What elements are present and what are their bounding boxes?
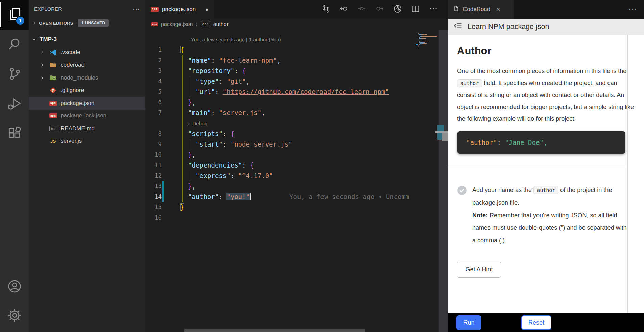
- task-text: Add your name as the author of the proje…: [472, 184, 627, 247]
- open-editors-section[interactable]: OPEN EDITORS 1 UNSAVED: [29, 18, 145, 28]
- file-.vscode[interactable]: .vscode: [29, 46, 145, 59]
- horizontal-scrollbar-thumb[interactable]: [184, 329, 365, 332]
- code-area[interactable]: You, a few seconds ago | 1 author (You) …: [145, 30, 448, 223]
- file-node_modules[interactable]: node_modules: [29, 71, 145, 84]
- file-.gitignore[interactable]: .gitignore: [29, 84, 145, 97]
- next-change-button[interactable]: [375, 4, 384, 15]
- current-change-button[interactable]: [357, 4, 366, 15]
- coderoad-panel: CodeRoad × ⋯ Learn NPM package json Auth…: [448, 0, 644, 332]
- chevron-right-icon: [40, 50, 46, 55]
- code-line-9[interactable]: 9 "start": "node server.js": [145, 139, 448, 150]
- tutorial-title: Learn NPM package json: [468, 23, 549, 31]
- activity-item-run-debug[interactable]: [0, 89, 29, 119]
- activity-item-source-control[interactable]: [0, 60, 29, 89]
- account-icon: [7, 279, 22, 295]
- activity-item-account[interactable]: [0, 272, 29, 302]
- code-line-10[interactable]: 10 },: [145, 150, 448, 160]
- timeline-button[interactable]: [393, 4, 402, 15]
- tab-label: package.json: [162, 6, 196, 13]
- file-label: package.json: [61, 100, 94, 107]
- file-server.js[interactable]: JS server.js: [29, 135, 145, 148]
- code-line-2[interactable]: 2 "name": "fcc-learn-npm",: [145, 55, 448, 66]
- line-number: 8: [145, 129, 162, 139]
- code-line-16[interactable]: 16: [145, 213, 448, 223]
- line-number: 13: [145, 181, 162, 192]
- panel-more-actions[interactable]: ⋯: [628, 0, 637, 19]
- active-indicator: [0, 2, 1, 27]
- file-coderoad[interactable]: coderoad: [29, 59, 145, 72]
- line-number: 11: [145, 160, 162, 171]
- code-line-11[interactable]: 11 "dependencies": {: [145, 160, 448, 171]
- line-number: 10: [145, 150, 162, 160]
- file-tree: .vscode coderoad node_modules .gitignore…: [29, 46, 145, 148]
- code-line-8[interactable]: 8 "scripts": {: [145, 129, 448, 139]
- more-actions-button[interactable]: [429, 4, 438, 15]
- codelens[interactable]: ▷Debug: [145, 118, 448, 129]
- tab-package-json[interactable]: npm package.json ●: [145, 0, 214, 19]
- activity-item-explorer[interactable]: 1: [0, 0, 29, 30]
- breadcrumb-symbol[interactable]: author: [213, 21, 229, 27]
- code-line-3[interactable]: 3 "repository": {: [145, 66, 448, 76]
- code-line-6[interactable]: 6 },: [145, 97, 448, 108]
- file-package-lock.json[interactable]: npm package-lock.json: [29, 110, 145, 123]
- chevron-right-icon: [40, 75, 46, 81]
- breadcrumb-file[interactable]: package.json: [161, 21, 193, 27]
- editor-scrollbar-track[interactable]: [439, 30, 448, 332]
- line-number: 3: [145, 66, 162, 76]
- file-README.md[interactable]: M↓ README.md: [29, 122, 145, 135]
- task-item: Add your name as the author of the proje…: [457, 184, 644, 247]
- split-editor-button[interactable]: [411, 4, 420, 15]
- activity-item-extensions[interactable]: [0, 119, 29, 149]
- close-icon[interactable]: ×: [496, 6, 500, 13]
- panel-scrollbar[interactable]: [627, 35, 628, 313]
- line-number: 5: [145, 87, 162, 97]
- tutorial-content: Author One of the most common pieces of …: [448, 35, 644, 313]
- sidebar-more-actions[interactable]: ⋯: [133, 7, 140, 11]
- npm-icon: npm: [151, 22, 158, 26]
- bracket-guide: [182, 55, 183, 202]
- code-line-1[interactable]: 1 {: [145, 45, 448, 55]
- code-line-5[interactable]: 5 "url": "https://github.com/coderoad/fc…: [145, 87, 448, 97]
- breadcrumb: npm package.json › abc author: [145, 19, 448, 30]
- npm-icon: npm: [49, 101, 57, 106]
- file-package.json[interactable]: npm package.json: [29, 97, 145, 110]
- code-line-4[interactable]: 4 "type": "git",: [145, 76, 448, 87]
- code-line-15[interactable]: 15 }: [145, 202, 448, 213]
- collapse-menu-icon[interactable]: [453, 21, 462, 32]
- code-line-14[interactable]: 14 "author": "you!" You, a few seconds a…: [145, 192, 448, 202]
- line-number: 15: [145, 202, 162, 213]
- folder-root-tmp-3[interactable]: TMP-3: [29, 32, 145, 46]
- code-line-7[interactable]: 7 "main": "server.js",: [145, 108, 448, 118]
- line-number: 14: [145, 192, 162, 202]
- folder-icon: [49, 61, 57, 69]
- play-icon: ▷: [187, 121, 190, 126]
- compare-icon: [321, 4, 330, 15]
- task-check-icon: [457, 184, 467, 247]
- lesson-paragraph: One of the most common pieces of informa…: [457, 65, 637, 125]
- get-a-hint-button[interactable]: Get A Hint: [457, 262, 501, 278]
- gear-icon: [7, 308, 22, 324]
- node-modules-icon: [49, 74, 57, 82]
- codelens[interactable]: You, a few seconds ago | 1 author (You): [145, 34, 448, 45]
- inline-code-author: author: [457, 79, 482, 87]
- run-button[interactable]: Run: [456, 315, 481, 330]
- line-number: 2: [145, 55, 162, 66]
- npm-icon: npm: [151, 7, 159, 12]
- indent-guide: [190, 76, 190, 97]
- line-number: 4: [145, 76, 162, 87]
- tab-coderoad[interactable]: CodeRoad ×: [448, 0, 514, 19]
- reset-button[interactable]: Reset: [521, 315, 551, 330]
- more-icon: [429, 4, 438, 15]
- compare-changes-button[interactable]: [321, 4, 330, 15]
- git-icon: [49, 87, 57, 94]
- activity-item-settings[interactable]: [0, 302, 29, 331]
- activity-item-search[interactable]: [0, 30, 29, 60]
- unsaved-badge: 1 UNSAVED: [78, 19, 109, 27]
- activity-bar: 1: [0, 0, 29, 332]
- code-line-13[interactable]: 13 },: [145, 181, 448, 192]
- previous-change-button[interactable]: [339, 4, 348, 15]
- line-number: 9: [145, 139, 162, 150]
- minimap[interactable]: [418, 32, 439, 47]
- code-line-12[interactable]: 12 "express": "^4.17.0": [145, 171, 448, 181]
- panel-tab-label: CodeRoad: [463, 6, 490, 13]
